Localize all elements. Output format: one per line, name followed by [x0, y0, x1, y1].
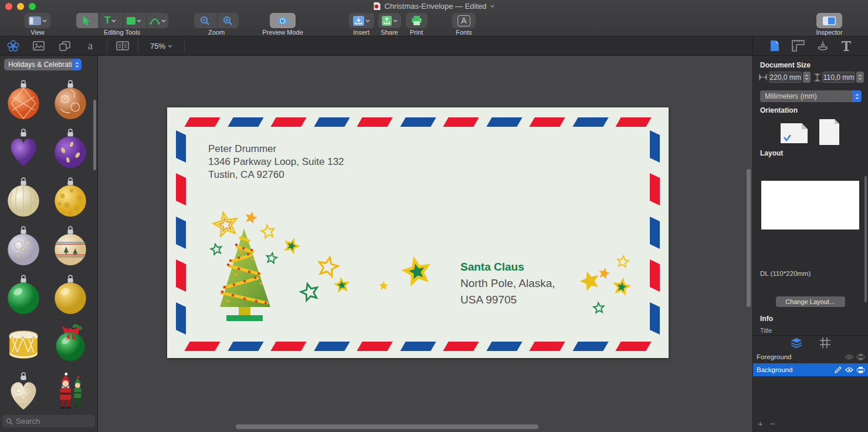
minimize-window-button[interactable] — [17, 3, 24, 10]
height-input[interactable]: 110,0 mm — [822, 72, 855, 83]
height-stepper[interactable] — [856, 72, 864, 83]
zoom-out-button[interactable] — [194, 13, 216, 28]
zoom-level-select[interactable]: 75% — [142, 42, 181, 50]
document-canvas[interactable]: Peter Drummer 1346 Parkway Loop, Suite 1… — [98, 56, 752, 432]
sidebar-scrollbar[interactable] — [93, 100, 96, 170]
layer-print-icon[interactable] — [857, 354, 864, 360]
width-stepper[interactable] — [803, 72, 811, 83]
title-field-label: Title — [760, 327, 772, 334]
units-select[interactable]: Millimeters (mm) — [760, 90, 862, 102]
insert-button[interactable] — [349, 13, 374, 28]
document-title-text: Christmas-Envelope — Edited — [384, 2, 486, 11]
tab-text-icon[interactable] — [841, 40, 852, 52]
app-window: Christmas-Envelope — Edited View T — [0, 0, 868, 432]
clipart-santa-and-elf-figurine[interactable] — [53, 370, 87, 413]
insert-label: Insert — [353, 29, 369, 36]
layer-edit-pencil-icon[interactable] — [835, 366, 842, 373]
clipart-silver-lace-ball-ornament[interactable] — [6, 224, 40, 267]
title-chevron-down-icon[interactable] — [490, 5, 495, 8]
width-input[interactable]: 220,0 mm — [769, 72, 802, 83]
orientation-portrait-option[interactable] — [819, 119, 839, 145]
recipient-region: North Pole, Alaska, — [460, 275, 555, 292]
canvas-vertical-scrollbar[interactable] — [747, 169, 751, 307]
tab-geometry-icon[interactable] — [792, 40, 805, 52]
inspector-icon — [823, 16, 836, 25]
chevron-down-icon — [393, 19, 398, 22]
envelope-document[interactable]: Peter Drummer 1346 Parkway Loop, Suite 1… — [167, 107, 669, 358]
view-button[interactable] — [25, 13, 50, 28]
clipart-green-glossy-ball-ornament[interactable] — [6, 272, 40, 316]
layer-visibility-icon[interactable] — [845, 354, 853, 360]
tab-images[interactable] — [26, 36, 52, 55]
share-label: Share — [381, 29, 398, 36]
add-layer-button[interactable]: + — [758, 419, 763, 428]
pages-view-button[interactable] — [111, 36, 134, 55]
inspector-button[interactable] — [816, 13, 842, 28]
clipart-cream-scene-ball-ornament[interactable] — [53, 224, 87, 267]
close-window-button[interactable] — [5, 3, 12, 10]
select-tool-button[interactable] — [76, 13, 98, 28]
print-button[interactable] — [406, 13, 428, 28]
search-input[interactable] — [16, 417, 86, 426]
clipart-yellow-dimpled-ball-ornament[interactable] — [53, 175, 87, 218]
layer-visibility-icon[interactable] — [845, 367, 853, 373]
change-layout-button[interactable]: Change Layout… — [776, 296, 845, 307]
chevron-down-icon — [137, 19, 141, 22]
clipart-purple-heart-ornament[interactable] — [6, 126, 40, 170]
clipart-bronze-swirl-ball-ornament[interactable] — [53, 77, 87, 121]
remove-layer-button[interactable]: − — [770, 419, 775, 428]
photo-icon — [33, 41, 45, 50]
shapes-icon — [59, 41, 70, 51]
sender-address[interactable]: Peter Drummer 1346 Parkway Loop, Suite 1… — [208, 143, 344, 181]
recipient-address[interactable]: Santa Claus North Pole, Alaska, USA 9970… — [460, 259, 555, 308]
search-field[interactable] — [2, 415, 95, 427]
layer-name: Background — [757, 366, 831, 373]
airmail-border-left — [176, 133, 186, 332]
clipart-cream-heart-ornament[interactable] — [6, 370, 40, 413]
text-tool-button[interactable]: T — [99, 13, 121, 28]
clipart-gold-glossy-ball-ornament[interactable] — [53, 272, 87, 316]
fonts-button[interactable]: A — [452, 13, 476, 28]
airmail-border-top — [187, 117, 649, 127]
clipart-yellow-drum-ornament[interactable] — [6, 321, 40, 365]
clipart-category-value: Holidays & Celebrations — [4, 60, 72, 69]
document-size-header: Document Size — [760, 61, 811, 69]
shape-tool-button[interactable] — [123, 13, 145, 28]
canvas-horizontal-scrollbar[interactable] — [236, 424, 538, 429]
fonts-icon: A — [457, 15, 470, 26]
printer-icon — [411, 16, 422, 26]
zoom-in-button[interactable] — [217, 13, 239, 28]
tab-style-brush-icon[interactable] — [817, 40, 829, 52]
grid-tab-icon[interactable] — [820, 338, 830, 348]
tab-text-art[interactable]: a — [77, 36, 103, 55]
inspector-scrollbar[interactable] — [864, 176, 867, 302]
tab-document-icon[interactable] — [770, 40, 779, 52]
inspector-label: Inspector — [816, 29, 842, 36]
layout-header: Layout — [760, 149, 783, 157]
preview-mode-label: Preview Mode — [262, 29, 303, 36]
traffic-lights — [5, 3, 36, 10]
clipart-purple-leaf-ball-ornament[interactable] — [53, 126, 87, 170]
sender-street: 1346 Parkway Loop, Suite 132 — [208, 156, 344, 168]
view-icon — [29, 16, 41, 25]
layers-tab-icon[interactable] — [791, 338, 802, 348]
zoom-label: Zoom — [208, 29, 225, 36]
clipart-green-ball-red-bow-ornament[interactable] — [53, 321, 87, 365]
tab-clipart[interactable] — [0, 36, 26, 55]
letter-a-icon: a — [88, 39, 93, 52]
curve-tool-button[interactable] — [146, 13, 168, 28]
preview-mode-button[interactable] — [270, 13, 296, 28]
layer-row-foreground[interactable]: Foreground — [753, 350, 868, 363]
layer-print-icon[interactable] — [857, 367, 864, 373]
orientation-landscape-option[interactable] — [781, 123, 808, 143]
clipart-orange-diamond-ball-ornament[interactable] — [6, 77, 40, 121]
tab-shapes[interactable] — [52, 36, 77, 55]
fullscreen-window-button[interactable] — [29, 3, 36, 10]
clipart-category-select[interactable]: Holidays & Celebrations — [4, 59, 82, 70]
clipart-cream-striped-ball-ornament[interactable] — [6, 175, 40, 218]
zoom-out-icon — [200, 16, 210, 26]
recipient-name: Santa Claus — [460, 259, 555, 275]
layer-row-background[interactable]: Background — [753, 363, 868, 376]
share-button[interactable] — [378, 13, 401, 28]
chevron-down-icon — [168, 45, 172, 48]
